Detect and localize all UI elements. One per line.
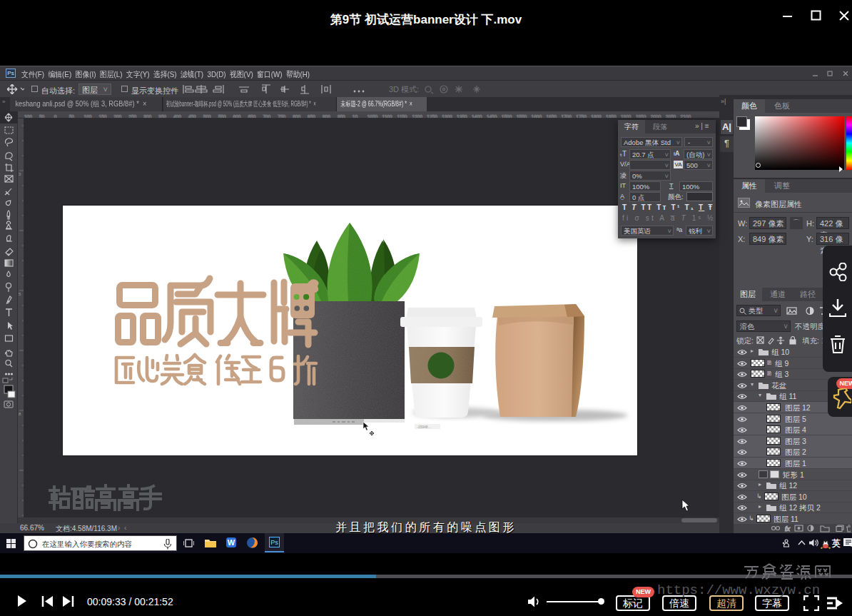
svg-text:3: 3	[19, 172, 21, 176]
svg-text:5: 5	[19, 292, 21, 296]
svg-text:8: 8	[19, 412, 21, 416]
svg-text:3D 模式:: 3D 模式:	[389, 85, 419, 94]
svg-text:-15948...: -15948...	[417, 425, 431, 429]
